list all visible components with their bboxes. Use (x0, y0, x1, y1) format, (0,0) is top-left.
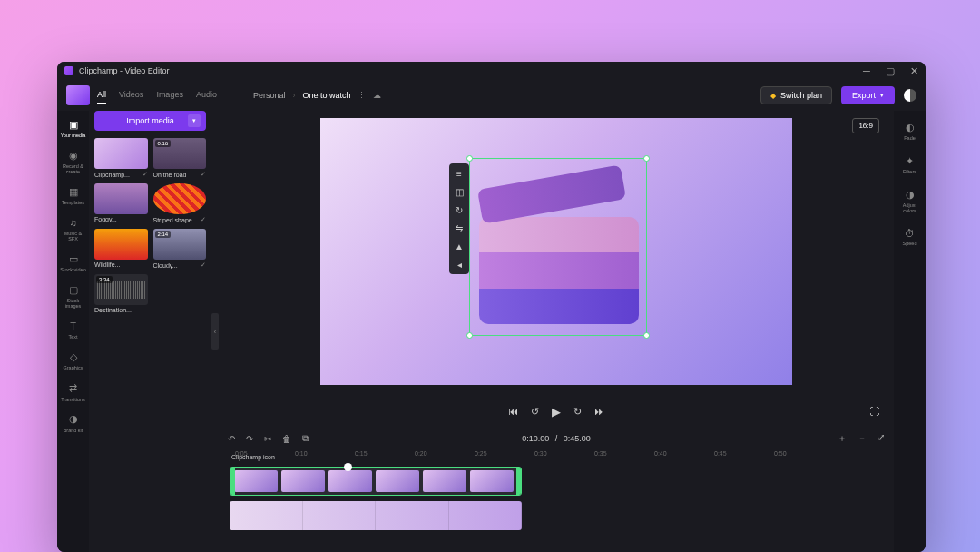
minimize-button[interactable]: ─ (862, 66, 871, 75)
media-item-foggy[interactable]: Foggy... (94, 183, 148, 223)
app-window: Clipchamp - Video Editor ─ ▢ ✕ All Video… (57, 62, 926, 552)
check-icon: ✓ (201, 261, 206, 269)
chevron-right-icon: › (292, 91, 295, 100)
rail-text[interactable]: TText (57, 314, 89, 345)
rail-music[interactable]: ♫Music & SFX (57, 211, 89, 247)
breadcrumb-root[interactable]: Personal (253, 91, 286, 100)
rotate-icon[interactable]: ↻ (453, 203, 466, 216)
media-item-cloudy[interactable]: 2:14Cloudy...✓ (153, 229, 207, 269)
window-title: Clipchamp - Video Editor (79, 66, 169, 75)
rail-stock-video[interactable]: ▭Stock video (57, 247, 89, 278)
check-icon: ✓ (201, 216, 206, 223)
timecode: 0:10.00 / 0:45.00 (522, 434, 591, 443)
clip-trim-left[interactable] (230, 468, 235, 495)
resize-handle[interactable] (466, 155, 473, 162)
diamond-icon: ◆ (770, 92, 776, 100)
chevron-down-icon[interactable]: ▾ (188, 114, 201, 127)
skip-end-button[interactable]: ⏭ (594, 406, 604, 417)
close-button[interactable]: ✕ (909, 66, 918, 75)
pip-icon[interactable]: ▲ (453, 240, 466, 252)
media-panel: Import media ▾ Clipchamp...✓ 0:16On the … (89, 111, 211, 552)
fit-icon[interactable]: ◂ (453, 258, 466, 271)
fade-icon: ◐ (906, 122, 915, 133)
tab-all[interactable]: All (97, 86, 106, 104)
resize-handle[interactable] (643, 155, 650, 162)
delete-button[interactable]: 🗑 (282, 434, 291, 444)
skip-start-button[interactable]: ⏮ (508, 406, 518, 417)
media-tabs: All Videos Images Audio (97, 86, 217, 104)
rail-graphics[interactable]: ◇Graphics (57, 345, 89, 376)
zoom-out-button[interactable]: － (858, 432, 867, 445)
rail-stock-images[interactable]: ▢Stock images (57, 278, 89, 314)
resize-handle[interactable] (643, 332, 650, 339)
music-icon: ♫ (67, 216, 80, 229)
crop-icon[interactable]: ◫ (453, 185, 466, 198)
fit-timeline-button[interactable]: ⤢ (877, 432, 885, 445)
playhead[interactable] (348, 465, 348, 552)
maximize-button[interactable]: ▢ (886, 66, 895, 75)
clipchamp-logo (66, 85, 90, 105)
breadcrumb-current[interactable]: One to watch (302, 91, 350, 100)
selection-box[interactable] (469, 158, 647, 336)
canvas-toolbar: ≡ ◫ ↻ ⇋ ▲ ◂ (449, 163, 469, 274)
collapse-panel-button[interactable]: ‹ (211, 313, 219, 350)
play-button[interactable]: ▶ (552, 405, 561, 419)
rail-speed[interactable]: ⏱Speed (894, 221, 926, 253)
clipchamp-clapper-icon (479, 177, 639, 328)
image-icon: ▢ (67, 283, 80, 296)
background-clip[interactable] (230, 501, 522, 530)
export-button[interactable]: Export ▾ (841, 86, 895, 104)
rewind-button[interactable]: ↺ (531, 406, 539, 418)
forward-button[interactable]: ↻ (573, 406, 582, 418)
media-item-wildlife[interactable]: Wildlife... (94, 229, 148, 269)
preview-canvas[interactable]: ≡ ◫ ↻ ⇋ ▲ ◂ (320, 118, 792, 385)
zoom-in-button[interactable]: ＋ (838, 432, 847, 445)
templates-icon: ▦ (67, 185, 80, 198)
rail-brand-kit[interactable]: ◑Brand kit (57, 408, 89, 439)
redo-button[interactable]: ↷ (246, 434, 253, 444)
preview-canvas-area: 16:9 ≡ ◫ ↻ ⇋ ▲ ◂ (219, 111, 894, 398)
split-button[interactable]: ✂ (264, 434, 271, 444)
rail-record[interactable]: ◉Record & create (57, 143, 89, 180)
clip-label: Clipchamp icon (231, 454, 275, 460)
timeline-ruler[interactable]: 0:05 0:10 0:15 0:20 0:25 0:30 0:35 0:40 … (228, 450, 885, 463)
aspect-ratio-button[interactable]: 16:9 (852, 118, 879, 133)
video-clip[interactable] (230, 467, 522, 496)
topbar: All Videos Images Audio Personal › One t… (57, 80, 926, 111)
theme-toggle-icon[interactable] (904, 89, 916, 102)
duplicate-button[interactable]: ⧉ (302, 433, 309, 444)
media-item-destination[interactable]: 3:34Destination... (94, 274, 148, 313)
titlebar: Clipchamp - Video Editor ─ ▢ ✕ (57, 62, 926, 80)
rail-your-media[interactable]: ▣Your media (57, 113, 89, 143)
more-icon[interactable]: ⋮ (358, 91, 366, 100)
shapes-icon: ◇ (67, 350, 80, 363)
rail-templates[interactable]: ▦Templates (57, 180, 89, 211)
breadcrumb: Personal › One to watch ⋮ ☁ (253, 91, 382, 100)
tab-videos[interactable]: Videos (119, 86, 143, 104)
rail-transitions[interactable]: ⇄Transitions (57, 377, 89, 408)
layers-icon[interactable]: ≡ (453, 167, 466, 180)
speed-icon: ⏱ (905, 228, 915, 239)
switch-plan-button[interactable]: ◆ Switch plan (760, 86, 832, 104)
cloud-sync-icon[interactable]: ☁ (373, 91, 381, 100)
rail-fade[interactable]: ◐Fade (894, 114, 926, 148)
media-item-road[interactable]: 0:16On the road✓ (153, 138, 207, 178)
fullscreen-button[interactable]: ⛶ (869, 406, 879, 417)
adjust-icon: ◑ (906, 189, 915, 201)
check-icon: ✓ (142, 171, 148, 178)
media-item-striped[interactable]: Striped shape✓ (153, 183, 207, 223)
left-rail: ▣Your media ◉Record & create ▦Templates … (57, 111, 89, 552)
transitions-icon: ⇄ (67, 382, 80, 395)
undo-button[interactable]: ↶ (228, 434, 235, 444)
media-item-clipchamp[interactable]: Clipchamp...✓ (94, 138, 148, 178)
rail-adjust-colors[interactable]: ◑Adjust colors (894, 182, 926, 221)
rail-filters[interactable]: ✦Filters (894, 148, 926, 182)
resize-handle[interactable] (466, 332, 473, 339)
tab-images[interactable]: Images (156, 86, 183, 104)
playback-controls: ⏮ ↺ ▶ ↻ ⏭ ⛶ (219, 398, 894, 425)
clip-trim-right[interactable] (516, 468, 521, 495)
flip-icon[interactable]: ⇋ (453, 222, 466, 234)
import-media-button[interactable]: Import media ▾ (94, 111, 206, 131)
film-icon: ▭ (67, 252, 80, 265)
tab-audio[interactable]: Audio (196, 86, 217, 104)
